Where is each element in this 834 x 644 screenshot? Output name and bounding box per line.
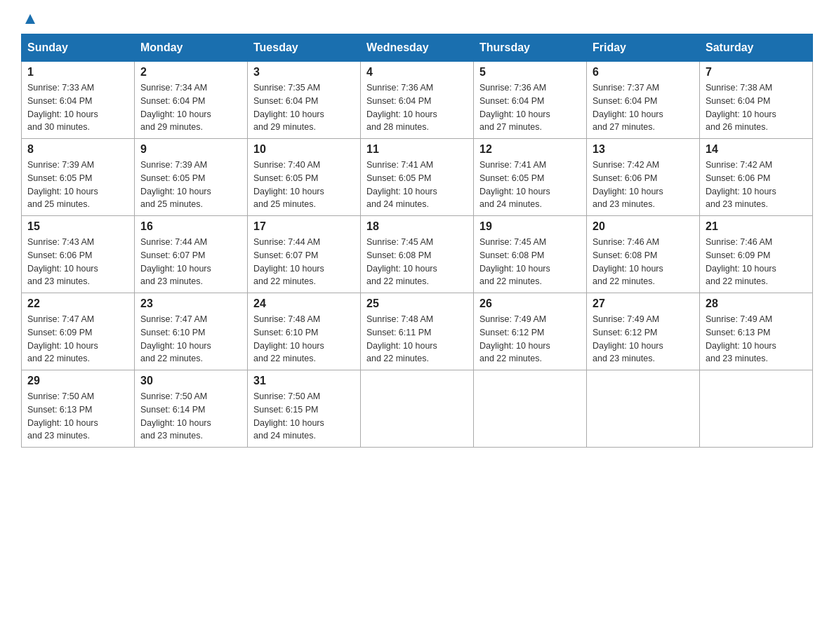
day-number: 23 (140, 297, 241, 310)
calendar-cell: 26Sunrise: 7:49 AMSunset: 6:12 PMDayligh… (474, 293, 587, 370)
calendar-cell: 1Sunrise: 7:33 AMSunset: 6:04 PMDaylight… (22, 62, 135, 139)
svg-marker-0 (25, 14, 35, 24)
logo (21, 14, 38, 22)
day-info: Sunrise: 7:45 AMSunset: 6:08 PMDaylight:… (366, 236, 468, 288)
day-info: Sunrise: 7:50 AMSunset: 6:13 PMDaylight:… (27, 390, 128, 443)
day-info: Sunrise: 7:47 AMSunset: 6:10 PMDaylight:… (140, 313, 241, 365)
calendar-cell (700, 370, 813, 448)
weekday-header-wednesday: Wednesday (361, 34, 474, 62)
calendar-cell: 21Sunrise: 7:46 AMSunset: 6:09 PMDayligh… (700, 216, 813, 293)
day-info: Sunrise: 7:49 AMSunset: 6:12 PMDaylight:… (479, 313, 581, 365)
day-number: 20 (593, 220, 694, 233)
day-number: 14 (706, 143, 807, 156)
calendar-cell: 29Sunrise: 7:50 AMSunset: 6:13 PMDayligh… (22, 370, 135, 448)
day-info: Sunrise: 7:46 AMSunset: 6:08 PMDaylight:… (593, 236, 694, 288)
day-number: 8 (27, 143, 128, 156)
day-info: Sunrise: 7:40 AMSunset: 6:05 PMDaylight:… (253, 159, 355, 211)
calendar-cell: 19Sunrise: 7:45 AMSunset: 6:08 PMDayligh… (474, 216, 587, 293)
day-number: 11 (366, 143, 468, 156)
calendar-cell: 20Sunrise: 7:46 AMSunset: 6:08 PMDayligh… (587, 216, 700, 293)
day-info: Sunrise: 7:36 AMSunset: 6:04 PMDaylight:… (366, 81, 468, 134)
weekday-header-sunday: Sunday (22, 34, 135, 62)
calendar-cell: 27Sunrise: 7:49 AMSunset: 6:12 PMDayligh… (587, 293, 700, 370)
day-number: 7 (706, 66, 807, 79)
day-info: Sunrise: 7:42 AMSunset: 6:06 PMDaylight:… (706, 159, 807, 211)
calendar-week-row: 8Sunrise: 7:39 AMSunset: 6:05 PMDaylight… (22, 139, 813, 216)
logo-triangle-icon (22, 11, 38, 27)
weekday-header-friday: Friday (587, 34, 700, 62)
day-number: 29 (27, 375, 128, 387)
calendar-cell: 10Sunrise: 7:40 AMSunset: 6:05 PMDayligh… (248, 139, 361, 216)
calendar-cell (587, 370, 700, 448)
day-number: 13 (593, 143, 694, 156)
day-info: Sunrise: 7:39 AMSunset: 6:05 PMDaylight:… (140, 159, 241, 211)
calendar-cell: 13Sunrise: 7:42 AMSunset: 6:06 PMDayligh… (587, 139, 700, 216)
day-number: 4 (366, 66, 468, 79)
weekday-header-monday: Monday (135, 34, 248, 62)
day-info: Sunrise: 7:44 AMSunset: 6:07 PMDaylight:… (253, 236, 355, 288)
day-info: Sunrise: 7:43 AMSunset: 6:06 PMDaylight:… (27, 236, 128, 288)
day-number: 21 (706, 220, 807, 233)
day-number: 3 (253, 66, 355, 79)
calendar-cell: 31Sunrise: 7:50 AMSunset: 6:15 PMDayligh… (248, 370, 361, 448)
calendar-cell (361, 370, 474, 448)
day-number: 16 (140, 220, 241, 233)
calendar-cell: 9Sunrise: 7:39 AMSunset: 6:05 PMDaylight… (135, 139, 248, 216)
day-info: Sunrise: 7:49 AMSunset: 6:12 PMDaylight:… (593, 313, 694, 365)
day-info: Sunrise: 7:42 AMSunset: 6:06 PMDaylight:… (593, 159, 694, 211)
calendar-cell: 25Sunrise: 7:48 AMSunset: 6:11 PMDayligh… (361, 293, 474, 370)
day-number: 24 (253, 297, 355, 310)
day-info: Sunrise: 7:45 AMSunset: 6:08 PMDaylight:… (479, 236, 581, 288)
calendar-cell: 23Sunrise: 7:47 AMSunset: 6:10 PMDayligh… (135, 293, 248, 370)
day-info: Sunrise: 7:41 AMSunset: 6:05 PMDaylight:… (479, 159, 581, 211)
calendar-cell: 4Sunrise: 7:36 AMSunset: 6:04 PMDaylight… (361, 62, 474, 139)
calendar-cell: 8Sunrise: 7:39 AMSunset: 6:05 PMDaylight… (22, 139, 135, 216)
day-number: 28 (706, 297, 807, 310)
calendar-cell: 12Sunrise: 7:41 AMSunset: 6:05 PMDayligh… (474, 139, 587, 216)
day-info: Sunrise: 7:33 AMSunset: 6:04 PMDaylight:… (27, 81, 128, 134)
calendar-cell: 15Sunrise: 7:43 AMSunset: 6:06 PMDayligh… (22, 216, 135, 293)
calendar-week-row: 15Sunrise: 7:43 AMSunset: 6:06 PMDayligh… (22, 216, 813, 293)
calendar-cell: 16Sunrise: 7:44 AMSunset: 6:07 PMDayligh… (135, 216, 248, 293)
day-number: 9 (140, 143, 241, 156)
day-info: Sunrise: 7:35 AMSunset: 6:04 PMDaylight:… (253, 81, 355, 134)
calendar-week-row: 29Sunrise: 7:50 AMSunset: 6:13 PMDayligh… (22, 370, 813, 448)
calendar-cell: 2Sunrise: 7:34 AMSunset: 6:04 PMDaylight… (135, 62, 248, 139)
day-info: Sunrise: 7:50 AMSunset: 6:15 PMDaylight:… (253, 390, 355, 443)
calendar-week-row: 1Sunrise: 7:33 AMSunset: 6:04 PMDaylight… (22, 62, 813, 139)
calendar-cell: 30Sunrise: 7:50 AMSunset: 6:14 PMDayligh… (135, 370, 248, 448)
day-number: 19 (479, 220, 581, 233)
day-number: 12 (479, 143, 581, 156)
day-number: 17 (253, 220, 355, 233)
day-number: 2 (140, 66, 241, 79)
day-info: Sunrise: 7:39 AMSunset: 6:05 PMDaylight:… (27, 159, 128, 211)
day-info: Sunrise: 7:46 AMSunset: 6:09 PMDaylight:… (706, 236, 807, 288)
day-number: 18 (366, 220, 468, 233)
calendar-cell: 5Sunrise: 7:36 AMSunset: 6:04 PMDaylight… (474, 62, 587, 139)
calendar-cell: 3Sunrise: 7:35 AMSunset: 6:04 PMDaylight… (248, 62, 361, 139)
weekday-header-row: SundayMondayTuesdayWednesdayThursdayFrid… (22, 34, 813, 62)
day-info: Sunrise: 7:50 AMSunset: 6:14 PMDaylight:… (140, 390, 241, 443)
day-number: 25 (366, 297, 468, 310)
calendar-cell: 14Sunrise: 7:42 AMSunset: 6:06 PMDayligh… (700, 139, 813, 216)
day-info: Sunrise: 7:36 AMSunset: 6:04 PMDaylight:… (479, 81, 581, 134)
day-number: 1 (27, 66, 128, 79)
weekday-header-tuesday: Tuesday (248, 34, 361, 62)
calendar-cell: 6Sunrise: 7:37 AMSunset: 6:04 PMDaylight… (587, 62, 700, 139)
day-info: Sunrise: 7:48 AMSunset: 6:10 PMDaylight:… (253, 313, 355, 365)
day-number: 30 (140, 375, 241, 387)
weekday-header-saturday: Saturday (700, 34, 813, 62)
day-number: 27 (593, 297, 694, 310)
calendar-cell: 24Sunrise: 7:48 AMSunset: 6:10 PMDayligh… (248, 293, 361, 370)
calendar-cell (474, 370, 587, 448)
day-info: Sunrise: 7:37 AMSunset: 6:04 PMDaylight:… (593, 81, 694, 134)
day-number: 6 (593, 66, 694, 79)
day-info: Sunrise: 7:34 AMSunset: 6:04 PMDaylight:… (140, 81, 241, 134)
day-number: 10 (253, 143, 355, 156)
day-number: 31 (253, 375, 355, 387)
day-info: Sunrise: 7:49 AMSunset: 6:13 PMDaylight:… (706, 313, 807, 365)
calendar-cell: 7Sunrise: 7:38 AMSunset: 6:04 PMDaylight… (700, 62, 813, 139)
calendar-week-row: 22Sunrise: 7:47 AMSunset: 6:09 PMDayligh… (22, 293, 813, 370)
page-header (21, 14, 813, 22)
day-info: Sunrise: 7:44 AMSunset: 6:07 PMDaylight:… (140, 236, 241, 288)
